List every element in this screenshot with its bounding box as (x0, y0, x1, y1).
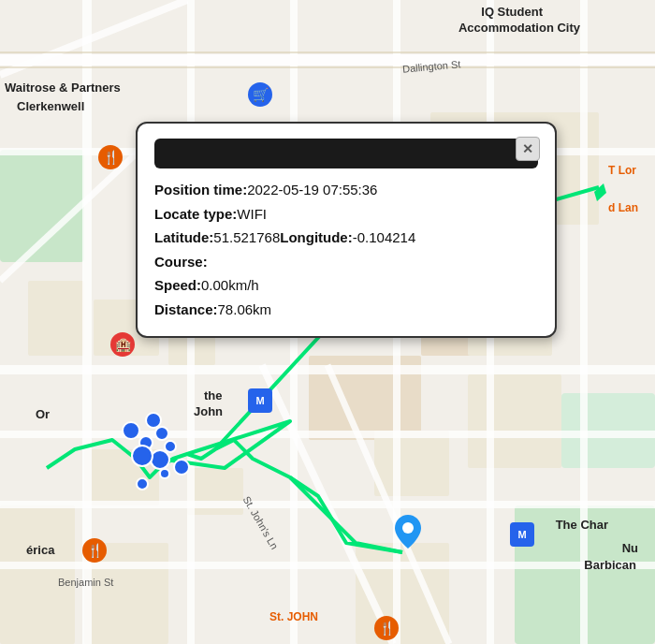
speed-value: 0.00km/h (201, 277, 259, 293)
svg-rect-13 (374, 431, 449, 496)
speed-label: Speed: (154, 277, 201, 293)
popup-course: Course: (154, 250, 538, 274)
poi-metro-1: M (248, 388, 272, 413)
locate-type-value: WIFI (237, 206, 267, 222)
poi-shop-1: 🛒 (248, 82, 272, 107)
svg-rect-14 (468, 374, 561, 468)
svg-rect-19 (0, 54, 655, 66)
svg-rect-22 (0, 431, 655, 438)
distance-label: Distance: (154, 301, 218, 317)
latitude-label: Latitude: (154, 229, 213, 245)
loc-dot-9 (136, 477, 149, 490)
popup-close-button[interactable]: ✕ (516, 137, 540, 161)
svg-point-38 (402, 522, 414, 534)
svg-rect-8 (28, 281, 84, 356)
loc-dot-5 (173, 459, 190, 476)
latitude-value: 51.521768 (213, 229, 280, 245)
loc-dot-6 (159, 468, 170, 479)
longitude-label: Longitude: (280, 229, 352, 245)
position-time-label: Position time: (154, 182, 247, 198)
position-time-value: 2022-05-19 07:55:36 (247, 182, 377, 198)
loc-dot-7 (154, 426, 169, 441)
popup-lat-lon: Latitude:51.521768Longitude:-0.104214 (154, 226, 538, 250)
loc-dot-8 (145, 412, 162, 429)
svg-rect-15 (0, 505, 75, 644)
loc-dot-1 (122, 421, 140, 440)
loc-dot-4 (164, 440, 177, 453)
loc-dot-big (131, 445, 153, 467)
info-popup: ✕ Position time:2022-05-19 07:55:36 Loca… (136, 122, 557, 338)
longitude-value: -0.104214 (353, 229, 416, 245)
map-container: IQ Student Accommodation City Dallington… (0, 0, 655, 644)
popup-position-time: Position time:2022-05-19 07:55:36 (154, 178, 538, 202)
svg-rect-24 (0, 562, 655, 569)
locate-type-label: Locate type: (154, 206, 237, 222)
poi-food-3: 🍴 (374, 616, 399, 640)
poi-food-1: 🍴 (98, 145, 123, 169)
popup-distance: Distance:78.06km (154, 298, 538, 322)
distance-value: 78.06km (218, 301, 272, 317)
popup-speed: Speed:0.00km/h (154, 273, 538, 298)
popup-title-bar: ✕ (154, 139, 538, 168)
poi-hotel-1: 🏨 (110, 332, 135, 357)
poi-food-2: 🍴 (82, 538, 107, 563)
svg-rect-30 (580, 0, 588, 644)
main-location-marker (395, 515, 421, 549)
poi-metro-2: M (510, 522, 534, 547)
course-label: Course: (154, 254, 208, 270)
popup-locate-type: Locate type:WIFI (154, 202, 538, 227)
